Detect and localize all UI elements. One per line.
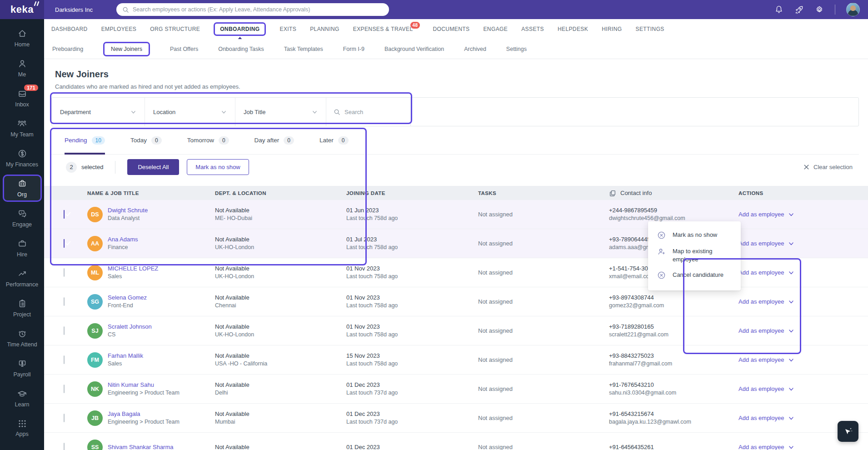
main-nav-item[interactable]: ASSETS	[521, 26, 544, 32]
gear-icon[interactable]	[815, 5, 824, 14]
sidebar-item-performance[interactable]: Performance	[3, 265, 42, 292]
add-as-employee-link[interactable]: Add as employee	[738, 240, 784, 247]
inbox-count-badge: 171	[24, 85, 38, 91]
chevron-down-icon[interactable]	[788, 328, 794, 334]
mark-no-show-button[interactable]: Mark as no show	[187, 159, 249, 175]
sub-nav-item[interactable]: Settings	[506, 46, 527, 52]
main-nav-item[interactable]: EXPENSES & TRAVEL48	[353, 26, 413, 32]
sub-nav-item[interactable]: Onboarding Tasks	[218, 46, 264, 52]
menu-item-cancel-candidature[interactable]: Cancel candidature	[648, 271, 741, 280]
employee-name-link[interactable]: Ana Adams	[108, 236, 138, 243]
row-checkbox[interactable]	[64, 326, 65, 335]
sidebar-item-engage[interactable]: Engage	[3, 205, 42, 232]
main-nav-item[interactable]: DASHBOARD	[51, 26, 88, 32]
employee-name-link[interactable]: Scralett Johnson	[108, 323, 152, 330]
sidebar-item-inbox[interactable]: 171 Inbox	[3, 85, 42, 112]
main-nav-item[interactable]: PLANNING	[310, 26, 339, 32]
rocket-icon[interactable]	[794, 5, 804, 15]
employee-name-link[interactable]: Jaya Bagala	[108, 410, 180, 417]
add-as-employee-link[interactable]: Add as employee	[738, 444, 784, 450]
chevron-down-icon[interactable]	[788, 357, 794, 363]
department-filter[interactable]: Department	[52, 98, 145, 126]
main-nav-item[interactable]: HIRING	[602, 26, 622, 32]
deselect-all-button[interactable]: Deselect All	[127, 159, 179, 175]
sub-nav-item[interactable]: New Joiners	[103, 42, 150, 56]
global-search-input[interactable]	[133, 6, 383, 13]
sidebar-item-my-finances[interactable]: My Finances	[3, 145, 42, 172]
row-checkbox[interactable]	[64, 414, 65, 422]
sidebar-item-payroll[interactable]: Payroll	[3, 355, 42, 382]
global-search[interactable]	[116, 3, 389, 16]
chevron-down-icon[interactable]	[788, 211, 794, 218]
schedule-tab[interactable]: Pending 10	[65, 126, 105, 154]
employee-name-link[interactable]: Selena Gomez	[108, 294, 147, 301]
menu-item-mark-no-show[interactable]: Mark as no show	[648, 231, 741, 240]
user-avatar[interactable]	[846, 3, 860, 16]
add-as-employee-link[interactable]: Add as employee	[738, 385, 784, 392]
assistant-fab[interactable]	[838, 421, 858, 442]
row-checkbox[interactable]	[64, 443, 65, 450]
job-title-filter[interactable]: Job Title	[235, 98, 326, 126]
sub-nav-item[interactable]: Archived	[464, 46, 486, 52]
location-filter[interactable]: Location	[145, 98, 235, 126]
chevron-down-icon[interactable]	[788, 444, 794, 450]
copy-icon[interactable]	[609, 190, 616, 197]
main-nav-item[interactable]: SETTINGS	[636, 26, 664, 32]
employee-name-link[interactable]: Farhan Mallik	[108, 352, 143, 359]
employee-name-link[interactable]: Dwight Schrute	[108, 207, 148, 214]
chevron-down-icon[interactable]	[788, 386, 794, 392]
add-as-employee-link[interactable]: Add as employee	[738, 327, 784, 334]
table-search-input[interactable]	[344, 109, 394, 115]
sidebar-item-time-attend[interactable]: Time Attend	[3, 325, 42, 352]
main-nav-item[interactable]: ENGAGE	[483, 26, 508, 32]
menu-item-map-existing[interactable]: Map to existing employee	[648, 247, 741, 263]
employee-name-link[interactable]: MICHELLE LOPEZ	[108, 265, 158, 272]
schedule-tab[interactable]: Later 0	[319, 126, 348, 154]
add-as-employee-link[interactable]: Add as employee	[738, 298, 784, 305]
main-nav-item[interactable]: ORG STRUCTURE	[150, 26, 200, 32]
keka-logo[interactable]: keka	[0, 0, 44, 19]
sidebar-item-org[interactable]: Org	[3, 175, 42, 202]
main-nav-item[interactable]: ONBOARDING	[214, 22, 266, 36]
bell-icon[interactable]	[774, 5, 783, 14]
schedule-tab[interactable]: Today 0	[130, 126, 162, 154]
sidebar-item-my-team[interactable]: My Team	[3, 115, 42, 142]
add-as-employee-link[interactable]: Add as employee	[738, 211, 784, 218]
main-nav-item[interactable]: HELPDESK	[558, 26, 588, 32]
sidebar-item-hire[interactable]: Hire	[3, 235, 42, 262]
add-as-employee-link[interactable]: Add as employee	[738, 356, 784, 363]
sub-nav-item[interactable]: Form I-9	[343, 46, 364, 52]
chevron-down-icon[interactable]	[788, 240, 794, 247]
chevron-down-icon[interactable]	[788, 415, 794, 421]
sub-nav-item[interactable]: Task Templates	[284, 46, 323, 52]
sidebar-item-me[interactable]: Me	[3, 55, 42, 82]
main-nav-item[interactable]: EMPLOYEES	[101, 26, 137, 32]
row-checkbox[interactable]	[64, 355, 65, 364]
employee-name-link[interactable]: Shivam Shankar Sharma	[108, 444, 174, 450]
sidebar-item-learn[interactable]: Learn	[3, 385, 42, 412]
sidebar-item-home[interactable]: Home	[3, 25, 42, 52]
clear-selection-button[interactable]: Clear selection	[803, 164, 853, 170]
row-checkbox[interactable]	[64, 297, 65, 306]
row-checkbox[interactable]	[64, 385, 65, 393]
apps-grid-icon	[18, 419, 27, 428]
chevron-down-icon[interactable]	[788, 299, 794, 305]
main-nav-item[interactable]: DOCUMENTS	[433, 26, 469, 32]
employee-name-link[interactable]: Nitin Kumar Sahu	[108, 381, 180, 388]
row-checkbox[interactable]	[64, 268, 65, 277]
row-checkbox[interactable]	[64, 210, 65, 219]
add-as-employee-link[interactable]: Add as employee	[738, 415, 784, 421]
sidebar-item-project[interactable]: Project	[3, 295, 42, 322]
table-search[interactable]	[326, 98, 411, 126]
chevron-down-icon[interactable]	[788, 270, 794, 276]
add-as-employee-link[interactable]: Add as employee	[738, 269, 784, 276]
sub-nav-item[interactable]: Past Offers	[170, 46, 198, 52]
sidebar-item-apps[interactable]: Apps	[3, 415, 42, 442]
main-nav-item[interactable]: EXITS	[279, 26, 296, 32]
schedule-tab[interactable]: Day after 0	[254, 126, 294, 154]
location-value: UK-HO-London	[215, 331, 254, 338]
row-checkbox[interactable]	[64, 239, 65, 248]
sub-nav-item[interactable]: Background Verification	[384, 46, 444, 52]
schedule-tab[interactable]: Tomorrow 0	[187, 126, 229, 154]
sub-nav-item[interactable]: Preboarding	[52, 46, 83, 52]
